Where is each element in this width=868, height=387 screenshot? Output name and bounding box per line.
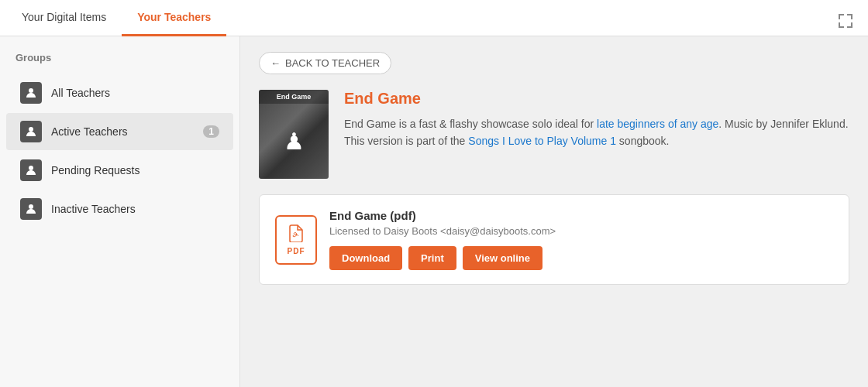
desc-highlight-1: late beginners of any age (597, 118, 718, 130)
desc-highlight-2: Songs I Love to Play Volume 1 (468, 135, 616, 147)
print-button[interactable]: Print (408, 246, 456, 270)
app-container: Your Digital Items Your Teachers Groups (0, 0, 868, 387)
back-to-teacher-button[interactable]: ← BACK TO TEACHER (259, 52, 391, 74)
item-header: End Game ♟ End Game End Game is a fast &… (259, 90, 849, 179)
item-thumbnail: End Game ♟ (259, 90, 329, 179)
tab-your-teachers[interactable]: Your Teachers (122, 0, 226, 36)
sidebar-item-active-teachers[interactable]: Active Teachers 1 (6, 113, 233, 150)
desc-part-1: End Game is a fast & flashy showcase sol… (344, 118, 597, 130)
thumbnail-title-text: End Game (259, 90, 329, 104)
tab-bar: Your Digital Items Your Teachers (0, 0, 868, 36)
pdf-acrobat-icon (287, 224, 305, 245)
svg-rect-3 (851, 14, 852, 19)
item-title: End Game (344, 90, 849, 108)
download-button[interactable]: Download (329, 246, 402, 270)
active-teachers-badge: 1 (203, 125, 219, 138)
pdf-title: End Game (pdf) (329, 209, 833, 222)
groups-label: Groups (0, 52, 239, 73)
view-online-button[interactable]: View online (463, 246, 542, 270)
pdf-info: End Game (pdf) Licensed to Daisy Boots <… (329, 209, 833, 270)
sidebar-label-active-teachers: Active Teachers (51, 125, 203, 138)
main-layout: Groups All Teachers (0, 36, 868, 387)
thumbnail-chess-icon: ♟ (284, 104, 305, 179)
tab-digital-items[interactable]: Your Digital Items (6, 0, 122, 36)
content-area: ← BACK TO TEACHER End Game ♟ End Game En… (240, 36, 868, 387)
pdf-action-buttons: Download Print View online (329, 246, 833, 270)
sidebar-item-all-teachers[interactable]: All Teachers (6, 74, 233, 111)
sidebar-label-all-teachers: All Teachers (51, 87, 219, 99)
teacher-icon-inactive (20, 198, 42, 220)
svg-point-10 (29, 166, 33, 170)
item-info: End Game End Game is a fast & flashy sho… (344, 90, 849, 179)
sidebar: Groups All Teachers (0, 36, 240, 387)
sidebar-label-inactive-teachers: Inactive Teachers (51, 203, 219, 215)
desc-part-3: songbook. (616, 135, 670, 147)
teacher-icon-active (20, 121, 42, 142)
back-button-label: BACK TO TEACHER (285, 57, 380, 69)
svg-point-8 (29, 88, 33, 93)
svg-point-11 (29, 204, 33, 209)
item-description: End Game is a fast & flashy showcase sol… (344, 115, 849, 150)
pdf-license: Licensed to Daisy Boots <daisy@daisyboot… (329, 225, 833, 237)
svg-rect-5 (839, 22, 840, 28)
sidebar-item-inactive-teachers[interactable]: Inactive Teachers (6, 190, 233, 228)
expand-icon[interactable] (829, 6, 862, 36)
svg-point-9 (29, 127, 33, 132)
pdf-icon: PDF (275, 215, 317, 265)
thumbnail-image: End Game ♟ (259, 90, 329, 179)
pdf-card: PDF End Game (pdf) Licensed to Daisy Boo… (259, 194, 849, 285)
teacher-icon-pending (20, 159, 42, 181)
svg-rect-7 (851, 22, 852, 28)
svg-rect-1 (839, 14, 840, 19)
sidebar-label-pending-requests: Pending Requests (51, 164, 219, 176)
sidebar-item-pending-requests[interactable]: Pending Requests (6, 152, 233, 189)
pdf-label-text: PDF (288, 247, 305, 255)
teacher-icon-all (20, 82, 42, 104)
back-arrow-icon: ← (270, 57, 281, 69)
